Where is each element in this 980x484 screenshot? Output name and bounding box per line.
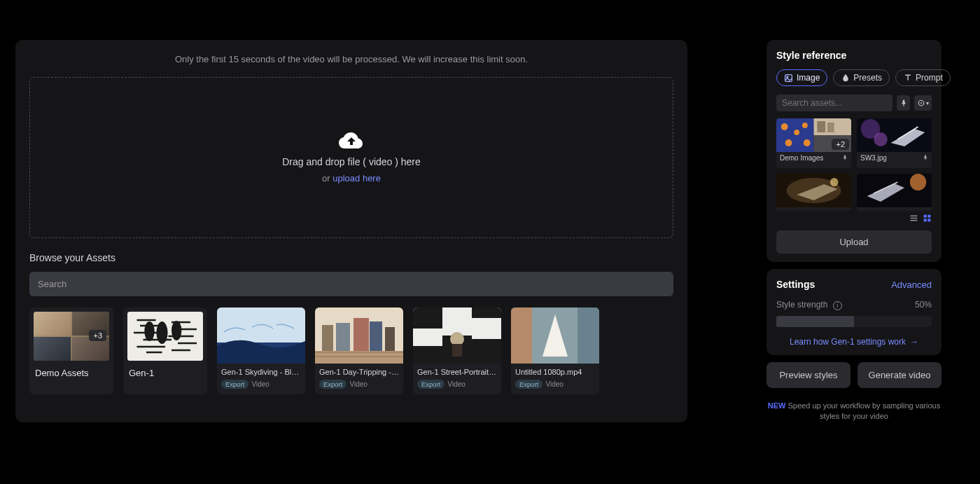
- grid-view-icon[interactable]: [923, 214, 932, 225]
- advanced-link[interactable]: Advanced: [891, 279, 932, 290]
- pin-icon: [923, 155, 928, 162]
- style-asset-item[interactable]: [776, 174, 851, 212]
- asset-search-input[interactable]: [29, 272, 673, 296]
- options-button[interactable]: ▾: [914, 95, 932, 111]
- image-icon: [784, 74, 793, 83]
- svg-point-3: [172, 321, 181, 340]
- svg-rect-23: [511, 307, 532, 364]
- upload-cloud-icon: [339, 132, 364, 151]
- type-chip: Video: [545, 380, 563, 388]
- pin-filter-button[interactable]: [897, 95, 910, 111]
- svg-point-31: [785, 139, 792, 146]
- svg-point-33: [804, 139, 811, 146]
- text-icon: [903, 74, 912, 83]
- style-upload-button[interactable]: Upload: [776, 230, 932, 254]
- droplet-icon: [841, 74, 850, 83]
- type-chip: Video: [251, 380, 269, 388]
- svg-rect-36: [817, 121, 825, 132]
- folder-gen-1[interactable]: Gen-1: [123, 307, 207, 394]
- dropzone-main-text: Drag and drop file ( video ) here: [282, 156, 421, 167]
- style-reference-title: Style reference: [776, 50, 932, 61]
- view-toggle: [776, 214, 932, 225]
- processing-notice: Only the first 15 seconds of the video w…: [29, 54, 673, 64]
- svg-point-2: [156, 321, 167, 344]
- svg-point-45: [910, 174, 926, 191]
- learn-settings-link[interactable]: Learn how Gen-1 settings work →: [776, 337, 932, 347]
- video-title: Gen-1 Day-Tripping - W...: [319, 368, 399, 376]
- action-row: Preview styles Generate video: [766, 362, 941, 388]
- svg-rect-21: [452, 344, 462, 357]
- svg-rect-10: [322, 325, 333, 353]
- style-search-input[interactable]: [776, 95, 892, 111]
- svg-rect-37: [827, 123, 834, 132]
- svg-rect-12: [315, 351, 403, 364]
- svg-rect-46: [924, 215, 927, 218]
- style-asset-sw3[interactable]: SW3.jpg: [857, 118, 932, 168]
- svg-point-32: [802, 123, 808, 128]
- style-asset-grid: +2 Demo Images: [776, 118, 932, 211]
- svg-rect-28: [776, 118, 814, 152]
- svg-point-1: [144, 321, 154, 341]
- strength-label: Style strength: [776, 300, 827, 310]
- folder-demo-assets[interactable]: +3 Demo Assets: [29, 307, 113, 394]
- export-chip: Export: [221, 380, 248, 389]
- upload-here-link[interactable]: upload here: [332, 173, 381, 184]
- svg-rect-25: [785, 74, 792, 81]
- svg-rect-19: [472, 318, 501, 339]
- style-asset-item[interactable]: [857, 174, 932, 212]
- strength-value: 50%: [915, 300, 932, 310]
- arrow-right-icon: →: [910, 337, 918, 347]
- slider-fill: [776, 316, 854, 327]
- folder-name-label: Gen-1: [127, 368, 203, 378]
- svg-rect-7: [354, 318, 369, 353]
- svg-rect-48: [924, 219, 927, 221]
- dropzone-sub-text: or upload here: [322, 173, 381, 184]
- tab-prompt[interactable]: Prompt: [895, 69, 951, 86]
- style-reference-card: Style reference Image Presets Prompt ▾: [766, 40, 941, 262]
- type-chip: Video: [447, 380, 465, 388]
- export-chip: Export: [319, 380, 346, 389]
- asset-video-card[interactable]: Gen-1 Skydiving - Blue ... Export Video: [217, 307, 305, 394]
- svg-point-40: [874, 132, 887, 146]
- workflow-tip: NEW Speed up your workflow by sampling v…: [766, 401, 941, 422]
- style-count-badge: +2: [832, 139, 849, 150]
- tab-presets[interactable]: Presets: [833, 69, 890, 86]
- folder-name-label: Demo Assets: [34, 368, 109, 378]
- svg-rect-4: [217, 307, 305, 346]
- preview-styles-button[interactable]: Preview styles: [766, 362, 850, 388]
- list-view-icon[interactable]: [909, 214, 918, 225]
- export-chip: Export: [417, 380, 444, 389]
- video-title: Gen-1 Skydiving - Blue ...: [221, 368, 301, 376]
- svg-rect-18: [413, 329, 442, 346]
- strength-slider[interactable]: [776, 316, 932, 327]
- generate-video-button[interactable]: Generate video: [858, 362, 941, 388]
- video-dropzone[interactable]: Drag and drop file ( video ) here or upl…: [29, 77, 673, 238]
- svg-rect-11: [385, 327, 395, 353]
- svg-rect-49: [927, 219, 930, 221]
- svg-point-26: [787, 76, 788, 77]
- main-panel: Only the first 15 seconds of the video w…: [15, 40, 687, 422]
- browse-assets-heading: Browse your Assets: [29, 252, 673, 263]
- style-tabs: Image Presets Prompt: [776, 69, 932, 86]
- svg-point-30: [794, 130, 799, 135]
- video-title: Untitled 1080p.mp4: [515, 368, 595, 376]
- svg-rect-47: [927, 215, 930, 218]
- new-badge: NEW: [768, 401, 786, 410]
- asset-video-card[interactable]: Untitled 1080p.mp4 Export Video: [511, 307, 599, 394]
- asset-video-card[interactable]: Gen-1 Day-Tripping - W... Export Video: [315, 307, 403, 394]
- settings-card: Settings Advanced Style strength i 50% L…: [766, 269, 941, 355]
- svg-point-29: [781, 123, 788, 130]
- style-item-name: SW3.jpg: [860, 154, 887, 162]
- asset-video-card[interactable]: Gen-1 Street-Portrait - ... Export Video: [413, 307, 501, 394]
- info-icon[interactable]: i: [833, 301, 842, 310]
- tab-image[interactable]: Image: [776, 69, 827, 86]
- svg-point-43: [830, 178, 839, 186]
- pin-icon: [842, 155, 848, 162]
- video-title: Gen-1 Street-Portrait - ...: [417, 368, 497, 376]
- settings-title: Settings: [776, 279, 815, 290]
- folder-count-badge: +3: [89, 330, 106, 341]
- asset-row: +3 Demo Assets Gen-1: [29, 307, 673, 394]
- type-chip: Video: [349, 380, 367, 388]
- side-panel: Style reference Image Presets Prompt ▾: [766, 40, 941, 422]
- style-asset-demo-images[interactable]: +2 Demo Images: [776, 118, 851, 168]
